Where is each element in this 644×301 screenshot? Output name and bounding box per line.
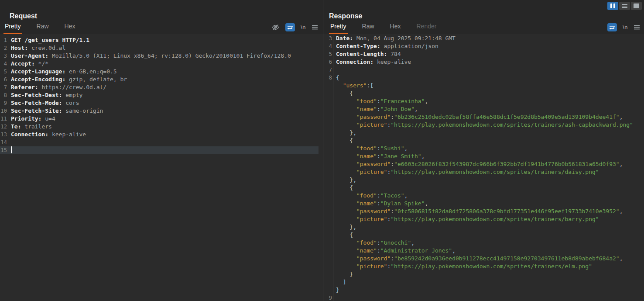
editor-line: "picture":"https://play.pokemonshowdown.… [323, 168, 640, 176]
tab-render: Render [415, 23, 438, 34]
line-number: 6 [323, 58, 333, 66]
line-number [323, 121, 333, 129]
editor-line: }, [323, 223, 640, 231]
line-number: 4 [323, 42, 333, 50]
editor-line: 10Sec-Fetch-Site: same-origin [0, 107, 319, 115]
line-number: 3 [323, 35, 333, 42]
line-number [323, 192, 333, 200]
line-number [323, 113, 333, 121]
line-number [323, 200, 333, 208]
line-number: 1 [0, 36, 8, 44]
line-number [323, 255, 333, 263]
message-editor-split-view: Request PrettyRawHex [0, 0, 644, 301]
editor-line: }, [323, 176, 640, 184]
word-wrap-toggle[interactable] [607, 23, 617, 31]
request-editor-toolbar: \n [271, 23, 318, 34]
tab-raw[interactable]: Raw [35, 23, 50, 34]
line-number: 3 [0, 52, 8, 60]
line-number: 12 [0, 123, 8, 131]
line-number: 8 [323, 74, 333, 82]
editor-line: 9Sec-Fetch-Mode: cors [0, 99, 319, 107]
response-editor-toolbar: \n [607, 23, 640, 34]
layout-single-button[interactable] [631, 2, 642, 10]
editor-line: "name":"Jane Smith", [323, 152, 640, 160]
editor-line: 6Connection: keep-alive [323, 58, 640, 66]
editor-line: "food":"Sushi", [323, 145, 640, 152]
response-editor[interactable]: 3Date: Mon, 04 Aug 2025 09:21:48 GMT4Con… [323, 34, 644, 301]
editor-line: }, [323, 129, 640, 137]
line-number: 9 [323, 294, 333, 301]
editor-line: "food":"Tacos", [323, 192, 640, 200]
line-number: 5 [0, 68, 8, 76]
response-panel-title: Response [323, 11, 644, 21]
editor-line: "users":[ [323, 82, 640, 90]
line-number: 9 [0, 99, 8, 107]
line-number [323, 278, 333, 286]
layout-columns-button[interactable] [607, 2, 618, 10]
editor-line: ] [323, 278, 640, 286]
layout-view-buttons [607, 2, 642, 10]
line-number [323, 160, 333, 168]
editor-line: 1GET /get_users HTTP/1.1 [0, 36, 319, 44]
tab-raw[interactable]: Raw [361, 23, 376, 34]
editor-menu-icon[interactable] [634, 24, 640, 30]
editor-line: { [323, 90, 640, 97]
tab-hex[interactable]: Hex [63, 23, 77, 34]
line-number [323, 263, 333, 270]
text-caret [11, 146, 12, 153]
response-tabs: PrettyRawHexRender [329, 23, 438, 34]
editor-line: 13Connection: keep-alive [0, 131, 319, 138]
line-number: 10 [0, 107, 8, 115]
response-panel: Response PrettyRawHexRender \n [323, 0, 644, 301]
line-number [323, 82, 333, 90]
response-tabs-row: PrettyRawHexRender \n [323, 21, 644, 34]
tab-hex[interactable]: Hex [389, 23, 402, 34]
editor-line: "password":"e6603c28026f832f543987dc966b… [323, 160, 640, 168]
request-panel: Request PrettyRawHex [0, 0, 323, 301]
editor-line: 15 [0, 146, 319, 154]
editor-line: 11Priority: u=4 [0, 115, 319, 123]
editor-line: 6Accept-Encoding: gzip, deflate, br [0, 76, 319, 83]
editor-line: { [323, 184, 640, 192]
editor-line: "name":"Dylan Spike", [323, 200, 640, 208]
line-number [323, 152, 333, 160]
show-newlines-toggle[interactable]: \n [623, 24, 628, 31]
editor-line: "name":"Administrator Jones", [323, 247, 640, 255]
editor-line: 5Accept-Language: en-GB,en;q=0.5 [0, 68, 319, 76]
editor-line: "password":"0fc5806815f82da8df725806a378… [323, 208, 640, 215]
line-number [323, 176, 333, 184]
line-number: 8 [0, 91, 8, 99]
editor-line: 3Date: Mon, 04 Aug 2025 09:21:48 GMT [323, 35, 640, 42]
editor-line: 8Sec-Fetch-Dest: empty [0, 91, 319, 99]
eye-off-icon[interactable] [271, 23, 280, 31]
line-number [323, 270, 333, 278]
line-number: 6 [0, 76, 8, 83]
line-number: 5 [323, 50, 333, 58]
line-number [323, 247, 333, 255]
tab-pretty[interactable]: Pretty [3, 23, 22, 34]
editor-line: 8{ [323, 74, 640, 82]
single-pane-icon [634, 3, 639, 8]
line-number [323, 286, 333, 294]
editor-line: 4Content-Type: application/json [323, 42, 640, 50]
line-number [323, 184, 333, 192]
line-number: 4 [0, 60, 8, 68]
request-tabs: PrettyRawHex [3, 23, 77, 34]
line-number [323, 137, 333, 145]
line-number: 13 [0, 131, 8, 138]
show-newlines-toggle[interactable]: \n [301, 24, 306, 31]
editor-line: 12Te: trailers [0, 123, 319, 131]
request-top-strip [0, 0, 323, 11]
request-editor[interactable]: 1GET /get_users HTTP/1.12Host: crew.0d.a… [0, 34, 323, 301]
layout-rows-button[interactable] [619, 2, 630, 10]
word-wrap-toggle[interactable] [285, 23, 295, 31]
line-number: 7 [0, 83, 8, 91]
line-number: 15 [0, 146, 8, 154]
editor-menu-icon[interactable] [312, 24, 318, 30]
editor-line: 7 [323, 66, 640, 74]
line-number: 11 [0, 115, 8, 123]
tab-pretty[interactable]: Pretty [329, 23, 348, 34]
line-number [323, 208, 333, 215]
editor-line: 3User-Agent: Mozilla/5.0 (X11; Linux x86… [0, 52, 319, 60]
line-number [323, 90, 333, 97]
